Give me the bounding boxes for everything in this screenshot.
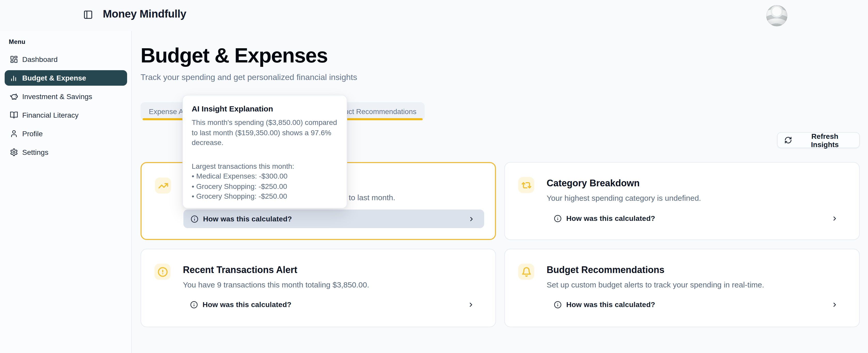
sidebar-item-label: Budget & Expense bbox=[22, 74, 86, 82]
popover-list-item: • Grocery Shopping: -$250.00 bbox=[192, 181, 343, 191]
sidebar-item-label: Settings bbox=[22, 148, 48, 156]
sidebar-toggle-button[interactable] bbox=[80, 6, 96, 23]
how-calculated-row[interactable]: How was this calculated? bbox=[547, 209, 847, 227]
sidebar-item-profile[interactable]: Profile bbox=[5, 126, 127, 141]
how-calculated-label: How was this calculated? bbox=[566, 301, 655, 309]
bell-icon bbox=[518, 264, 534, 280]
refresh-insights-button[interactable]: Refresh Insights bbox=[777, 132, 860, 148]
how-calculated-label: How was this calculated? bbox=[203, 301, 291, 309]
alert-circle-icon bbox=[154, 264, 170, 280]
bar-chart-icon bbox=[10, 74, 18, 82]
repeat-icon bbox=[518, 177, 534, 193]
top-header: Money Mindfully bbox=[0, 0, 868, 31]
avatar[interactable] bbox=[766, 5, 787, 26]
app-root: Money Mindfully Menu Dashboard Budget & … bbox=[0, 0, 868, 353]
trending-up-icon bbox=[155, 178, 171, 193]
chevron-right-icon bbox=[468, 215, 475, 222]
info-icon bbox=[554, 301, 562, 308]
popover-list-item: • Medical Expenses: -$300.00 bbox=[192, 171, 343, 181]
refresh-icon bbox=[784, 136, 792, 144]
user-icon bbox=[10, 130, 18, 138]
sidebar-item-financial-literacy[interactable]: Financial Literacy bbox=[5, 107, 127, 123]
card-budget-recommendations: Budget Recommendations Set up custom bud… bbox=[504, 249, 860, 327]
popover-paragraph: This month's spending ($3,850.00) compar… bbox=[192, 118, 343, 148]
info-icon bbox=[190, 301, 198, 308]
card-body: You have 9 transactions this month total… bbox=[183, 279, 369, 290]
card-recent-transactions: Recent Transactions Alert You have 9 tra… bbox=[141, 249, 496, 327]
popover-list-header: Largest transactions this month: bbox=[192, 161, 343, 171]
card-title: Recent Transactions Alert bbox=[183, 264, 297, 276]
popover-list-item: • Grocery Shopping: -$250.00 bbox=[192, 191, 343, 202]
info-icon bbox=[191, 215, 198, 223]
panel-left-icon bbox=[83, 9, 93, 20]
sidebar-item-label: Profile bbox=[22, 130, 43, 138]
piggy-bank-icon bbox=[10, 93, 18, 101]
book-open-icon bbox=[10, 111, 18, 119]
sidebar-item-investment-savings[interactable]: Investment & Savings bbox=[5, 89, 127, 104]
how-calculated-row[interactable]: How was this calculated? bbox=[183, 295, 484, 314]
sidebar-menu-label: Menu bbox=[9, 38, 25, 45]
popover-body: This month's spending ($3,850.00) compar… bbox=[192, 118, 343, 202]
sidebar-item-settings[interactable]: Settings bbox=[5, 144, 127, 160]
dashboard-icon bbox=[10, 55, 18, 64]
sidebar-item-label: Investment & Savings bbox=[22, 93, 92, 101]
sidebar: Menu Dashboard Budget & Expense Investme… bbox=[0, 31, 132, 353]
page-title: Budget & Expenses bbox=[141, 42, 328, 68]
chevron-right-icon bbox=[831, 215, 838, 222]
sidebar-item-label: Dashboard bbox=[22, 55, 58, 64]
card-title: Category Breakdown bbox=[547, 178, 640, 189]
popover-title: AI Insight Explanation bbox=[192, 104, 339, 113]
chevron-right-icon bbox=[831, 301, 838, 308]
gear-icon bbox=[10, 148, 18, 156]
card-title: Budget Recommendations bbox=[547, 264, 664, 276]
info-icon bbox=[554, 214, 562, 222]
card-body: Your highest spending category is undefi… bbox=[547, 192, 701, 203]
how-calculated-label: How was this calculated? bbox=[203, 215, 292, 223]
app-title: Money Mindfully bbox=[103, 8, 186, 20]
refresh-insights-label: Refresh Insights bbox=[797, 132, 853, 148]
sidebar-item-dashboard[interactable]: Dashboard bbox=[5, 51, 127, 67]
sidebar-item-label: Financial Literacy bbox=[22, 111, 79, 119]
sidebar-item-budget-expense[interactable]: Budget & Expense bbox=[5, 70, 127, 86]
ai-insight-popover: AI Insight Explanation This month's spen… bbox=[182, 95, 347, 209]
chevron-right-icon bbox=[468, 301, 474, 308]
how-calculated-row[interactable]: How was this calculated? bbox=[547, 295, 847, 314]
page-subtitle: Track your spending and get personalized… bbox=[141, 72, 357, 83]
card-body-fragment: to last month. bbox=[349, 192, 395, 203]
card-category-breakdown: Category Breakdown Your highest spending… bbox=[504, 162, 860, 240]
how-calculated-row[interactable]: How was this calculated? bbox=[183, 210, 484, 228]
card-body: Set up custom budget alerts to track you… bbox=[547, 279, 764, 290]
how-calculated-label: How was this calculated? bbox=[566, 214, 655, 222]
